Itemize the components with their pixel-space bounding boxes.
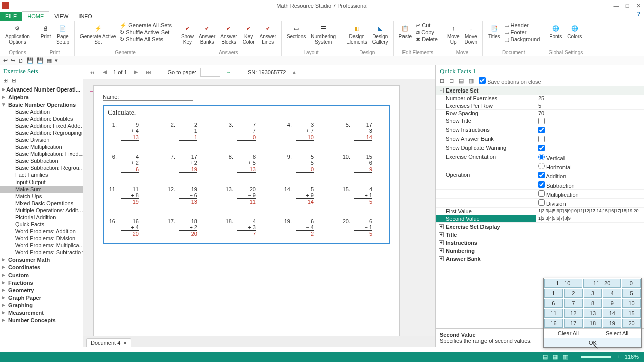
tree-item[interactable]: Mixed Basic Operations <box>0 200 83 207</box>
minimize-button[interactable]: — <box>611 1 622 10</box>
generate-active-button[interactable]: ⚡Generate ActiveSet <box>78 22 118 46</box>
tree-item[interactable]: Basic Subtraction: Regrou... <box>0 164 83 171</box>
tree-category[interactable]: ▸Algebra <box>0 93 83 101</box>
op-multiplication-checkbox[interactable]: Multiplication <box>538 192 579 198</box>
tree-category[interactable]: ▸Consumer Math <box>0 256 83 263</box>
value-6-button[interactable]: 6 <box>544 299 563 308</box>
value-16-button[interactable]: 16 <box>544 319 563 328</box>
tree-item[interactable]: Word Problems: Multiplica... <box>0 242 83 249</box>
page-setup-button[interactable]: 📄PageSetup <box>54 22 71 46</box>
qat-layout-icon[interactable]: ▦ <box>47 57 52 64</box>
sections-button[interactable]: ▭Sections <box>285 22 308 40</box>
answer-lines-button[interactable]: ✔AnswerLines <box>258 22 278 46</box>
app-options-button[interactable]: ⚙ApplicationOptions <box>3 22 32 46</box>
first-value-field[interactable]: 1|2|3|4|5|6|7|8|9|10|11|12|13|14|15|16|1… <box>536 208 644 215</box>
value-3-button[interactable]: 3 <box>584 289 602 298</box>
goto-page-input[interactable] <box>200 68 220 77</box>
shuffle-active-button[interactable]: ↻ Shuffle Active Set <box>119 29 173 36</box>
cut-button[interactable]: ✂ Cut <box>415 22 439 29</box>
value-5-button[interactable]: 5 <box>622 289 641 298</box>
prop-p2-icon[interactable]: ▥ <box>469 78 474 84</box>
tree-expand-icon[interactable]: ⊞ <box>3 77 8 84</box>
tree-category[interactable]: ▸Coordinates <box>0 263 83 271</box>
colors-button[interactable]: 🌐Colors <box>565 22 584 40</box>
tree-category[interactable]: ▸Number Concepts <box>0 316 83 324</box>
value-12-button[interactable]: 12 <box>564 309 583 318</box>
tab-view[interactable]: VIEW <box>49 12 73 21</box>
tree-collapse-icon[interactable]: ⊟ <box>12 77 16 84</box>
value-15-button[interactable]: 15 <box>622 309 641 318</box>
tree-item[interactable]: Quick Facts <box>0 221 83 228</box>
value-19-button[interactable]: 19 <box>603 319 621 328</box>
value-9-button[interactable]: 9 <box>603 299 621 308</box>
show-dup-checkbox[interactable] <box>538 145 545 151</box>
tree-item[interactable]: Word Problems: Subtraction <box>0 249 83 256</box>
document-tab[interactable]: Document 4× <box>86 338 131 347</box>
show-answerbank-checkbox[interactable] <box>538 136 545 142</box>
op-division-checkbox[interactable]: Division <box>538 201 566 207</box>
maximize-button[interactable]: □ <box>622 1 633 10</box>
tree-item[interactable]: Basic Addition: Doubles <box>0 115 83 122</box>
titles-button[interactable]: 📑Titles <box>486 22 502 40</box>
op-subtraction-checkbox[interactable]: Subtraction <box>538 183 575 189</box>
value-17-button[interactable]: 17 <box>564 319 583 328</box>
tree-category[interactable]: ▸Geometry <box>0 286 83 294</box>
value-11-button[interactable]: 11 <box>544 309 563 318</box>
save-on-close-checkbox[interactable]: Save options on close <box>479 77 541 85</box>
value-13-button[interactable]: 13 <box>584 309 602 318</box>
value-14-button[interactable]: 14 <box>603 309 621 318</box>
show-instructions-checkbox[interactable] <box>538 127 545 133</box>
tree-item[interactable]: Basic Division <box>0 136 83 143</box>
op-addition-checkbox[interactable]: Addition <box>538 173 566 179</box>
show-title-checkbox[interactable] <box>538 118 545 124</box>
nav-prev-icon[interactable]: ◀ <box>100 68 109 77</box>
value-20-button[interactable]: 20 <box>622 319 641 328</box>
value-4-button[interactable]: 4 <box>603 289 621 298</box>
footer-button[interactable]: ▭ Footer <box>503 29 541 36</box>
value-8-button[interactable]: 8 <box>584 299 602 308</box>
tab-file[interactable]: FILE <box>0 12 22 21</box>
per-row-value[interactable]: 5 <box>536 102 644 109</box>
fonts-button[interactable]: 🌐Fonts <box>547 22 564 40</box>
qat-forward-icon[interactable]: ↪ <box>11 57 15 64</box>
tab-home[interactable]: HOME <box>22 11 49 21</box>
tree-category[interactable]: ▸Fractions <box>0 279 83 286</box>
exercise-tree[interactable]: ▸Advanced Number Operati...▸Algebra▾Basi… <box>0 85 83 347</box>
property-category[interactable]: + Numbering <box>436 247 644 255</box>
tree-item[interactable]: Basic Subtraction <box>0 157 83 164</box>
paste-button[interactable]: 📋Paste <box>397 22 414 40</box>
design-gallery-button[interactable]: ◣DesignGallery <box>370 22 390 46</box>
tree-item[interactable]: Multiple Operations: Addit... <box>0 207 83 214</box>
answer-blocks-button[interactable]: ✔AnswerBlocks <box>218 22 239 46</box>
value-10-button[interactable]: 10 <box>622 299 641 308</box>
tree-item[interactable]: Basic Multiplication <box>0 143 83 150</box>
second-value-label[interactable]: Second Value <box>436 215 536 222</box>
value-1-button[interactable]: 1 <box>544 289 563 298</box>
orient-horizontal-radio[interactable]: Horizontal <box>538 164 572 170</box>
property-category[interactable]: + Answer Bank <box>436 255 644 263</box>
tree-category[interactable]: ▸Graphing <box>0 301 83 309</box>
row-spacing-value[interactable]: 70 <box>536 110 644 117</box>
nav-next-icon[interactable]: ▶ <box>131 68 140 77</box>
range-1-10-button[interactable]: 1 - 10 <box>544 279 582 288</box>
value-2-button[interactable]: 2 <box>564 289 583 298</box>
tree-item[interactable]: Basic Multiplication: Fixed... <box>0 150 83 157</box>
tree-category[interactable]: ▸Custom <box>0 271 83 279</box>
copy-button[interactable]: ⧉ Copy <box>415 29 439 36</box>
range-0-button[interactable]: 0 <box>622 279 641 288</box>
move-down-button[interactable]: ↓MoveDown <box>462 22 479 46</box>
header-button[interactable]: ▭ Header <box>503 22 541 29</box>
tree-item[interactable]: Pictorial Addition <box>0 214 83 221</box>
tab-info[interactable]: INFO <box>73 12 97 21</box>
orient-vertical-radio[interactable]: Vertical <box>538 155 565 161</box>
zoom-out-icon[interactable]: − <box>573 354 576 360</box>
help-icon[interactable]: ? <box>634 11 644 21</box>
worksheet-page[interactable]: Name: Calculate. 1.9+ 4132.2− 113.7− 704… <box>93 85 400 336</box>
goto-page-go-icon[interactable]: → <box>224 68 233 77</box>
tree-item[interactable]: Basic Addition <box>0 108 83 115</box>
range-11-20-button[interactable]: 11 - 20 <box>583 279 621 288</box>
property-category[interactable]: + Instructions <box>436 239 644 247</box>
prop-az-icon[interactable]: ⊟ <box>449 78 454 84</box>
tree-item[interactable]: Input Output <box>0 178 83 186</box>
qat-save-icon[interactable]: 💾 <box>27 57 34 64</box>
